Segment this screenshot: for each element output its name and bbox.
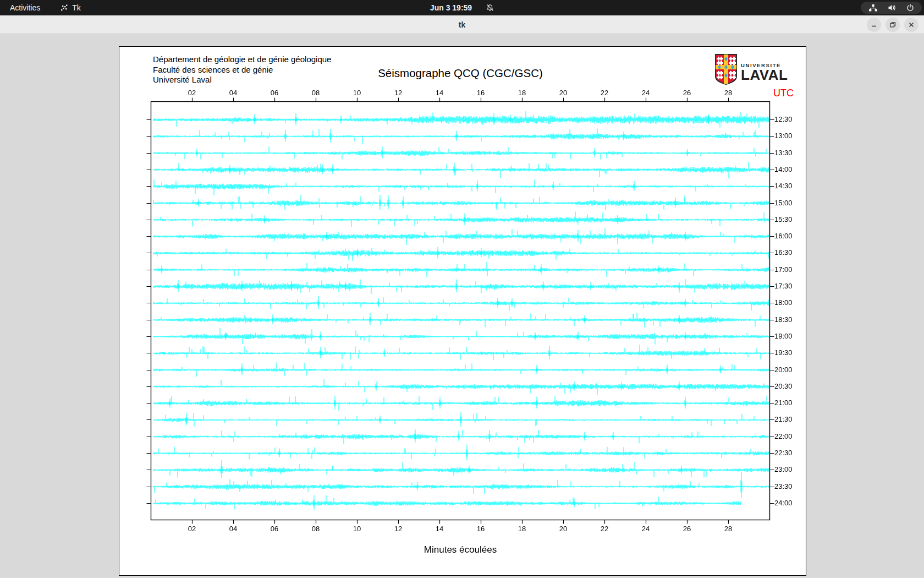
x-tick-label-top: 26 <box>679 89 695 97</box>
utc-row-label: 13:00 <box>774 132 793 140</box>
utc-row-label: 20:00 <box>774 366 793 374</box>
utc-row-label: 24:00 <box>774 499 793 507</box>
seismograph-canvas-area: Département de géologie et de génie géol… <box>119 46 806 576</box>
close-button[interactable] <box>904 18 919 32</box>
system-status-area[interactable] <box>861 2 922 14</box>
minimize-button[interactable] <box>867 18 881 32</box>
x-tick-label-top: 12 <box>391 89 406 97</box>
utc-row-label: 21:00 <box>774 399 793 407</box>
activities-button[interactable]: Activities <box>10 3 40 12</box>
x-tick-label-bottom: 24 <box>638 525 653 533</box>
x-tick-label-top: 06 <box>267 89 282 97</box>
x-tick-label-top: 18 <box>514 89 530 97</box>
utc-row-label: 23:30 <box>774 482 793 490</box>
utc-row-label: 14:30 <box>774 182 793 190</box>
x-tick-label-bottom: 12 <box>391 525 406 533</box>
x-tick-label-bottom: 14 <box>432 525 447 533</box>
x-tick-label-top: 14 <box>432 89 447 97</box>
window-title: tk <box>459 20 465 29</box>
power-icon <box>906 4 914 12</box>
utc-row-label: 16:30 <box>774 248 793 257</box>
x-tick-label-top: 10 <box>349 89 365 97</box>
tk-window-body: Département de géologie et de génie géol… <box>0 34 924 578</box>
utc-row-label: 13:30 <box>774 149 793 157</box>
x-tick-label-bottom: 22 <box>597 525 612 533</box>
desktop-screen: Activities Tk <box>0 0 924 578</box>
volume-icon <box>888 4 897 12</box>
utc-row-label: 19:00 <box>774 332 793 340</box>
x-tick-label-bottom: 20 <box>556 525 571 533</box>
x-tick-label-top: 20 <box>556 89 571 97</box>
tk-app-icon <box>60 4 68 12</box>
window-titlebar[interactable]: tk <box>0 15 924 34</box>
utc-row-label: 22:00 <box>774 432 793 440</box>
notifications-disabled-icon <box>486 4 494 12</box>
utc-row-label: 16:00 <box>774 232 793 240</box>
x-tick-label-top: 24 <box>638 89 653 97</box>
app-menu[interactable]: Tk <box>60 3 81 12</box>
x-tick-label-bottom: 18 <box>514 525 530 533</box>
clock-label: Jun 3 19:59 <box>430 3 472 12</box>
x-tick-label-bottom: 10 <box>349 525 365 533</box>
utc-row-label: 15:30 <box>774 215 793 223</box>
maximize-button[interactable] <box>886 18 900 32</box>
utc-row-label: 15:00 <box>774 199 793 207</box>
network-icon <box>868 4 878 12</box>
utc-row-label: 18:30 <box>774 315 793 324</box>
utc-row-label: 17:30 <box>774 282 793 290</box>
utc-row-label: 22:30 <box>774 449 793 457</box>
utc-row-label: 21:30 <box>774 415 793 423</box>
x-tick-label-bottom: 06 <box>267 525 282 533</box>
seismograph-plot <box>119 47 807 576</box>
x-tick-label-top: 04 <box>226 89 241 97</box>
x-tick-label-bottom: 02 <box>184 525 200 533</box>
utc-row-label: 12:30 <box>774 115 793 123</box>
x-axis-title: Minutes écoulées <box>119 544 801 555</box>
utc-row-label: 23:00 <box>774 465 793 473</box>
utc-row-label: 19:30 <box>774 348 793 357</box>
utc-row-label: 20:30 <box>774 382 793 390</box>
utc-row-label: 18:00 <box>774 298 793 307</box>
utc-row-label: 17:00 <box>774 265 793 274</box>
app-menu-label: Tk <box>72 3 81 12</box>
x-tick-label-top: 22 <box>597 89 612 97</box>
x-tick-label-bottom: 08 <box>308 525 323 533</box>
x-tick-label-bottom: 16 <box>473 525 488 533</box>
clock-menu[interactable]: Jun 3 19:59 <box>430 3 494 12</box>
x-tick-label-top: 28 <box>721 89 736 97</box>
x-tick-label-top: 08 <box>308 89 323 97</box>
x-tick-label-top: 16 <box>473 89 488 97</box>
x-tick-label-bottom: 04 <box>226 525 241 533</box>
x-tick-label-bottom: 26 <box>679 525 695 533</box>
gnome-top-bar: Activities Tk <box>0 0 924 15</box>
utc-row-label: 14:00 <box>774 165 793 173</box>
x-tick-label-bottom: 28 <box>721 525 736 533</box>
x-tick-label-top: 02 <box>184 89 200 97</box>
